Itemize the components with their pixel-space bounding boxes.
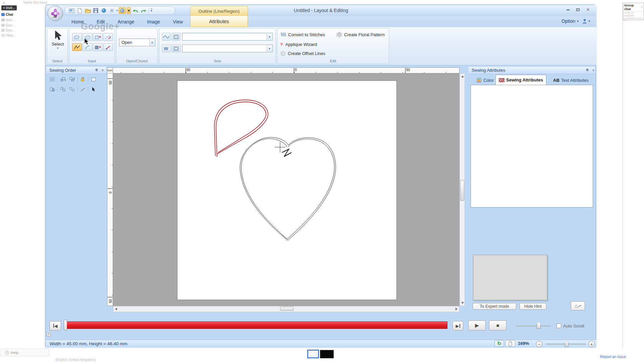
zoom-out-button[interactable]: − xyxy=(536,341,542,347)
application-button[interactable] xyxy=(48,6,63,21)
zoom-in-button[interactable]: + xyxy=(588,341,595,347)
horizontal-scroll-thumb[interactable] xyxy=(280,307,293,311)
combo-dropdown-icon[interactable]: ▾ xyxy=(267,34,272,40)
open-closed-select[interactable]: Open ▾ xyxy=(119,39,155,46)
hide-hint-button[interactable]: Hide Hint xyxy=(520,303,546,310)
window-layout-icon[interactable] xyxy=(68,7,75,14)
region-sew-type-icon[interactable] xyxy=(162,45,171,52)
create-offset-lines-button[interactable]: Create Offset Lines xyxy=(280,51,325,56)
expand-simulator-button[interactable]: + xyxy=(47,332,51,336)
frame-icon[interactable] xyxy=(90,76,97,83)
snowflake-view-icon[interactable] xyxy=(108,7,115,14)
region-sew-frame-icon[interactable] xyxy=(172,45,180,52)
sidebar-item-view[interactable]: View... xyxy=(1,34,15,37)
go-to-start-button[interactable]: ◀ xyxy=(50,321,61,330)
save-icon[interactable] xyxy=(92,7,99,14)
maximize-button[interactable] xyxy=(575,7,581,12)
tab-text-attributes[interactable]: AB Text Attributes xyxy=(550,76,591,85)
realistic-view-icon[interactable] xyxy=(119,7,126,14)
input-add-shape-tool[interactable] xyxy=(93,33,103,41)
sidebar-item-google-1[interactable]: Goo... xyxy=(1,23,15,27)
line-style-icon[interactable] xyxy=(79,86,87,93)
vertical-scrollbar[interactable] xyxy=(460,73,465,306)
help-area[interactable]: ? Help xyxy=(0,349,49,356)
stitch-progress-handle[interactable] xyxy=(64,320,67,330)
tab-arrange[interactable]: Arrange xyxy=(111,17,141,27)
input-closed-polygon-tool[interactable] xyxy=(72,33,82,41)
scroll-left-icon[interactable] xyxy=(115,308,117,310)
select-cursor-icon[interactable] xyxy=(90,86,97,93)
combo-dropdown-icon[interactable]: ▾ xyxy=(267,45,272,52)
sidebar-item-google-2[interactable]: Goo... xyxy=(1,28,15,32)
group-chat-close-icon[interactable]: × xyxy=(641,5,643,9)
go-to-end-button[interactable]: ▶ xyxy=(452,321,463,330)
qat-more-icon[interactable]: ▾ xyxy=(151,9,152,12)
play-button[interactable]: ▶ xyxy=(468,320,486,330)
minimize-button[interactable] xyxy=(565,7,571,12)
group-chat-box[interactable]: Group chat × To list all available comma… xyxy=(623,3,644,20)
option-menu[interactable]: Option ▾ ▾ xyxy=(561,18,590,24)
auto-scroll-checkbox[interactable] xyxy=(556,323,561,328)
tab-edit[interactable]: Edit xyxy=(90,17,111,27)
scroll-down-icon[interactable] xyxy=(461,302,464,304)
stitch-progress-bar[interactable] xyxy=(66,321,447,329)
sewing-order-pin-icon[interactable] xyxy=(94,68,99,73)
close-button[interactable]: × xyxy=(585,7,591,12)
input-open-curve-tool[interactable] xyxy=(83,43,92,51)
tab-image[interactable]: Image xyxy=(141,17,166,27)
move-up-order-icon[interactable] xyxy=(59,76,67,83)
refresh-view-button[interactable]: ↻ xyxy=(494,340,504,347)
applique-wizard-button[interactable]: ♥ Applique Wizard xyxy=(280,41,317,47)
sidebar-item-chat[interactable]: Chat xyxy=(1,13,13,16)
lock-icon[interactable] xyxy=(79,76,87,83)
attributes-pin-icon[interactable] xyxy=(585,68,590,73)
video-thumbnail-active[interactable] xyxy=(307,350,319,358)
select-tool-button[interactable]: Select ▾ xyxy=(47,31,68,50)
undo-icon[interactable] xyxy=(132,7,139,14)
tab-home[interactable]: Home xyxy=(65,17,90,27)
snowflake-dropdown-icon[interactable]: ▾ xyxy=(116,9,118,12)
video-thumbnail[interactable] xyxy=(320,350,334,358)
stop-button[interactable]: ■ xyxy=(489,320,506,330)
hangout-name-label[interactable]: Name this hang xyxy=(23,1,47,4)
recolor-icon[interactable] xyxy=(48,86,56,93)
group-icon[interactable] xyxy=(59,86,67,93)
design-settings-icon[interactable] xyxy=(100,7,107,14)
vertical-scroll-thumb[interactable] xyxy=(460,180,464,201)
input-open-zigzag-tool[interactable] xyxy=(72,43,82,51)
convert-to-stitches-button[interactable]: Convert to Stitches xyxy=(280,32,325,37)
scroll-up-icon[interactable] xyxy=(461,75,464,77)
line-sew-type-select[interactable]: ▾ xyxy=(182,33,273,41)
expert-mode-button[interactable]: To Expert mode xyxy=(473,303,516,310)
line-sew-frame-icon[interactable] xyxy=(172,33,180,41)
zoom-fit-icon[interactable] xyxy=(48,76,56,83)
tab-sewing-attributes[interactable]: Sewing Attributes xyxy=(495,75,546,85)
sidebar-item-participant[interactable]: dani... xyxy=(1,18,15,22)
line-sew-type-icon[interactable] xyxy=(162,33,171,41)
hangout-menu-icon[interactable]: ≡ xyxy=(3,1,5,5)
ungroup-icon[interactable] xyxy=(68,86,76,93)
redo-icon[interactable] xyxy=(140,7,147,14)
speed-slider-thumb[interactable] xyxy=(537,322,541,329)
design-page[interactable] xyxy=(177,80,397,300)
input-closed-curve-tool[interactable] xyxy=(83,33,92,41)
open-folder-icon[interactable] xyxy=(84,7,91,14)
input-curve-pen-tool[interactable] xyxy=(103,33,113,41)
move-down-order-icon[interactable] xyxy=(68,76,76,83)
tab-view[interactable]: View xyxy=(166,17,189,27)
tab-color[interactable]: Color xyxy=(473,76,497,85)
fit-page-button[interactable] xyxy=(505,340,515,347)
horizontal-scrollbar[interactable] xyxy=(113,306,460,312)
home-settings-button[interactable]: ⌂ xyxy=(571,301,585,310)
input-line-pen-tool[interactable] xyxy=(103,43,113,51)
attributes-close-icon[interactable]: × xyxy=(591,68,596,73)
tab-attributes[interactable]: Attributes xyxy=(190,16,248,27)
speed-slider-track[interactable] xyxy=(516,325,551,326)
region-sew-type-select[interactable]: ▾ xyxy=(182,45,273,52)
sidebar-item-invite[interactable]: + Invit... xyxy=(1,5,17,10)
canvas-workspace[interactable] xyxy=(113,73,460,306)
new-document-icon[interactable] xyxy=(76,7,83,14)
scroll-right-icon[interactable] xyxy=(455,308,458,310)
create-floral-pattern-button[interactable]: Create Floral Pattern xyxy=(336,32,385,38)
input-add-filled-shape-tool[interactable] xyxy=(93,43,103,51)
